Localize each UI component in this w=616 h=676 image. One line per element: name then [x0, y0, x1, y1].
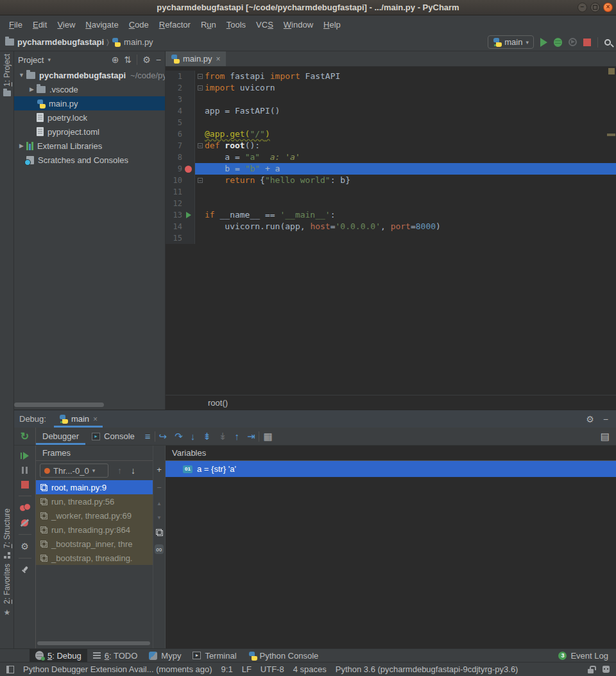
minimize-button[interactable]: −: [578, 3, 587, 12]
stop-icon[interactable]: [21, 481, 29, 489]
tree-item-external-libraries[interactable]: ▶External Libraries: [14, 139, 165, 153]
search-everywhere-button[interactable]: [604, 39, 611, 46]
menu-view[interactable]: View: [52, 17, 80, 33]
close-icon[interactable]: ×: [216, 55, 221, 64]
stripe-tab-7-structure[interactable]: 7: Structure: [3, 508, 12, 559]
tool-window-toggle-icon[interactable]: [6, 666, 14, 673]
frame-row-bootstrap-threading[interactable]: _bootstrap, threading.: [36, 551, 153, 565]
resume-program-icon[interactable]: [21, 452, 30, 460]
debug-button[interactable]: [554, 38, 562, 47]
tree-item-scratches-and-consoles[interactable]: Scratches and Consoles: [14, 153, 165, 167]
expand-arrow-icon[interactable]: ▼: [17, 72, 26, 78]
maximize-button[interactable]: [590, 3, 600, 12]
frame-row-run-threading-py-864[interactable]: run, threading.py:864: [36, 523, 153, 537]
status-item-4-spaces[interactable]: 4 spaces: [293, 664, 327, 674]
show-execution-point-icon[interactable]: ↪: [155, 431, 171, 441]
restore-layout-icon[interactable]: ▤: [597, 431, 616, 441]
editor-tab-main-py[interactable]: main.py ×: [166, 51, 226, 66]
run-config-selector[interactable]: main ▾: [488, 35, 534, 49]
expand-arrow-icon[interactable]: ▶: [27, 86, 37, 92]
move-down-icon[interactable]: ▼: [157, 515, 162, 521]
tool-tab-python-console[interactable]: Python Console: [243, 649, 325, 662]
status-item-lf[interactable]: LF: [242, 664, 252, 674]
add-watch-icon[interactable]: +: [157, 465, 162, 474]
menu-run[interactable]: Run: [196, 17, 221, 33]
variable-row[interactable]: 01 a = {str} 'a': [166, 461, 616, 477]
status-item-python-3-6-pycharmdebugfastapi-9cdjtyrg-py3-6[interactable]: Python 3.6 (pycharmdebugfastapi-9cdjtyrg…: [336, 664, 518, 674]
view-breakpoints-icon[interactable]: [20, 503, 30, 512]
frame-row-bootstrap-inner-thre[interactable]: _bootstrap_inner, thre: [36, 537, 153, 551]
status-message[interactable]: Python Debugger Extension Avail... (mome…: [23, 664, 212, 674]
run-to-cursor-icon[interactable]: ⇥: [243, 431, 259, 441]
stripe-tab-1-project[interactable]: 1: Project: [3, 54, 12, 96]
thread-selector[interactable]: Thr...-0_0 ▾: [40, 464, 108, 478]
layout-settings-icon[interactable]: ≡: [141, 431, 155, 441]
tool-tab-mypy[interactable]: Mypy: [143, 649, 187, 662]
status-item-utf-8[interactable]: UTF-8: [261, 664, 284, 674]
horizontal-scrollbar[interactable]: [14, 403, 104, 407]
fold-marker-icon[interactable]: [195, 82, 205, 94]
hide-panel-icon[interactable]: −: [156, 55, 161, 64]
run-line-marker[interactable]: [182, 209, 194, 221]
chevron-down-icon[interactable]: ▾: [47, 56, 51, 63]
tab-console[interactable]: ▸ Console: [85, 428, 141, 445]
event-log-button[interactable]: 3Event Log: [558, 651, 616, 661]
step-into-icon[interactable]: ↓: [187, 431, 200, 441]
duplicate-icon[interactable]: [156, 529, 163, 536]
force-step-into-icon[interactable]: ↡: [215, 431, 231, 441]
tree-item-pyproject-toml[interactable]: pyproject.toml: [14, 125, 165, 139]
remove-watch-icon[interactable]: −: [157, 483, 162, 492]
frame-row-run-thread-py-56[interactable]: run, thread.py:56: [36, 494, 153, 508]
fold-marker-icon[interactable]: [195, 140, 205, 152]
step-into-my-code-icon[interactable]: ⇟: [199, 431, 215, 441]
fold-marker-icon[interactable]: [195, 71, 205, 82]
menu-window[interactable]: Window: [278, 17, 318, 33]
fold-marker-icon[interactable]: [195, 175, 205, 186]
pause-program-icon[interactable]: [22, 467, 28, 474]
debug-settings-gear-icon[interactable]: ⚙: [21, 542, 29, 551]
status-item-9-1[interactable]: 9:1: [221, 664, 233, 674]
breadcrumb-file[interactable]: main.py: [112, 37, 153, 47]
run-with-coverage-button[interactable]: [569, 38, 577, 46]
close-button[interactable]: ×: [603, 3, 613, 12]
breakpoint[interactable]: [182, 163, 194, 175]
collapse-all-icon[interactable]: ⇅: [124, 55, 132, 64]
mute-breakpoints-icon[interactable]: [21, 519, 29, 527]
horizontal-scrollbar[interactable]: [37, 641, 150, 645]
rerun-icon[interactable]: ↻: [21, 430, 29, 442]
tree-item-main-py[interactable]: main.py: [14, 96, 165, 110]
lock-icon[interactable]: [588, 669, 594, 673]
gear-icon[interactable]: ⚙: [586, 415, 594, 424]
breadcrumb-project[interactable]: pycharmdebugfastapi: [5, 37, 104, 47]
breadcrumb-function[interactable]: root(): [208, 398, 228, 408]
tree-item-vscode[interactable]: ▶.vscode: [14, 82, 165, 96]
step-over-icon[interactable]: ↷: [171, 431, 187, 441]
hide-panel-icon[interactable]: −: [603, 415, 608, 424]
menu-vcs[interactable]: VCS: [251, 17, 278, 33]
menu-tools[interactable]: Tools: [221, 17, 251, 33]
locate-file-icon[interactable]: ⊕: [112, 55, 119, 64]
next-frame-icon[interactable]: ↓: [131, 465, 135, 476]
pin-tab-icon[interactable]: [21, 566, 29, 574]
close-icon[interactable]: ×: [93, 415, 98, 424]
step-out-icon[interactable]: ↑: [230, 431, 243, 441]
code-area[interactable]: 1from fastapi import FastAPI2import uvic…: [166, 67, 616, 395]
tree-item-pycharmdebugfastapi[interactable]: ▼pycharmdebugfastapi~/code/pycharmdebugf…: [14, 68, 165, 82]
stripe-tab-2-favorites[interactable]: 2: Favorites★: [3, 564, 12, 617]
previous-frame-icon[interactable]: ↑: [117, 465, 122, 476]
frame-row-root-main-py-9[interactable]: root, main.py:9: [36, 480, 153, 494]
menu-code[interactable]: Code: [124, 17, 154, 33]
tool-tab-5-debug[interactable]: 5: Debug: [30, 649, 87, 662]
tree-item-poetry-lock[interactable]: poetry.lock: [14, 110, 165, 125]
gear-icon[interactable]: ⚙: [142, 55, 151, 64]
show-watches-icon[interactable]: ∞: [155, 544, 163, 554]
inspections-hector-icon[interactable]: [603, 666, 610, 673]
run-button[interactable]: [540, 38, 547, 47]
menu-refactor[interactable]: Refactor: [154, 17, 196, 33]
frame-row-worker-thread-py-69[interactable]: _worker, thread.py:69: [36, 508, 153, 523]
menu-navigate[interactable]: Navigate: [80, 17, 123, 33]
tool-tab-terminal[interactable]: ▸Terminal: [187, 649, 242, 662]
evaluate-expression-icon[interactable]: ▦: [259, 431, 276, 441]
move-up-icon[interactable]: ▲: [157, 501, 162, 507]
debug-session-tab[interactable]: main ×: [54, 410, 103, 428]
